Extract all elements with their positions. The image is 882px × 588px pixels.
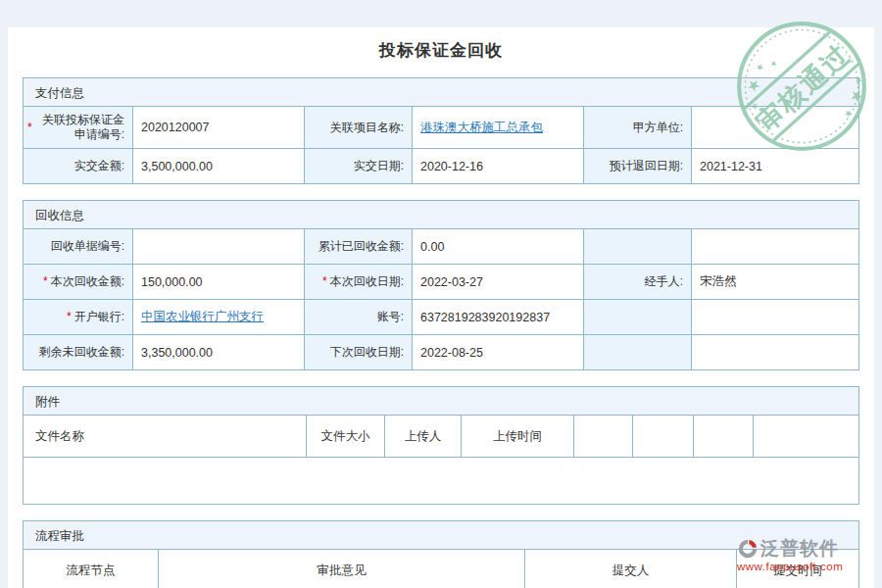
column-header: 流程节点 xyxy=(24,549,159,588)
field-value xyxy=(133,228,305,264)
approval-header-row: 流程节点审批意见提交人提交时间 xyxy=(24,549,858,588)
field-value: 3,350,000.00 xyxy=(133,334,305,369)
column-header xyxy=(633,415,694,457)
field-value: 港珠澳大桥施工总承包 xyxy=(413,106,584,148)
column-header: 提交人 xyxy=(525,549,737,588)
section-header-attachments: 附件 xyxy=(24,387,858,415)
attachments-header-row: 文件名称文件大小上传人上传时间 xyxy=(24,415,858,457)
field-value: 宋浩然 xyxy=(692,264,858,299)
field-label: 剩余未回收金额: xyxy=(24,334,133,369)
section-header-recovery: 回收信息 xyxy=(24,201,858,228)
required-asterisk: * xyxy=(322,274,327,289)
attachments-empty-body xyxy=(24,457,858,504)
column-header xyxy=(694,415,754,457)
required-asterisk: * xyxy=(67,310,72,324)
page-title: 投标保证金回收 xyxy=(8,27,874,77)
recovery-info-table: 回收信息 回收单据编号:累计已回收金额:0.00*本次回收金额:150,000.… xyxy=(23,200,859,370)
field-label: 累计已回收金额: xyxy=(305,228,413,264)
payment-info-table: 支付信息 *关联投标保证金申请编号:2020120007关联项目名称:港珠澳大桥… xyxy=(23,77,859,184)
field-label: *关联投标保证金申请编号: xyxy=(24,106,133,148)
field-value-link[interactable]: 港珠澳大桥施工总承包 xyxy=(420,120,543,136)
field-value: 中国农业银行广州支行 xyxy=(133,299,305,334)
required-asterisk: * xyxy=(27,121,32,135)
attachments-table: 附件 文件名称文件大小上传人上传时间 xyxy=(23,386,859,505)
column-header: 文件大小 xyxy=(307,415,385,457)
recovery-info-grid: 回收单据编号:累计已回收金额:0.00*本次回收金额:150,000.00*本次… xyxy=(24,228,858,369)
field-value-link[interactable]: 中国农业银行广州支行 xyxy=(141,309,264,325)
field-label: 甲方单位: xyxy=(584,106,692,148)
field-label: 预计退回日期: xyxy=(584,148,692,183)
field-label xyxy=(584,299,692,334)
field-value: 2022-08-25 xyxy=(413,334,584,369)
column-header xyxy=(754,415,858,457)
field-label: 经手人: xyxy=(584,264,692,299)
field-value xyxy=(692,334,858,369)
field-value: 150,000.00 xyxy=(133,264,305,299)
field-label: 账号: xyxy=(305,299,413,334)
field-value: 0.00 xyxy=(413,228,584,264)
approval-table: 流程审批 流程节点审批意见提交人提交时间 xyxy=(23,520,859,588)
field-value xyxy=(692,106,858,148)
section-header-payment: 支付信息 xyxy=(24,78,858,106)
field-value: 2020-12-16 xyxy=(413,148,584,183)
column-header: 上传人 xyxy=(385,415,462,457)
field-label: *本次回收日期: xyxy=(305,264,413,299)
field-label: 实交金额: xyxy=(24,148,133,183)
field-value: 3,500,000.00 xyxy=(133,148,305,183)
field-value: 2022-03-27 xyxy=(413,264,584,299)
column-header xyxy=(574,415,633,457)
page-background: { "page": { "title": "投标保证金回收" }, "stamp… xyxy=(0,0,882,588)
column-header: 上传时间 xyxy=(462,415,574,457)
field-value xyxy=(692,299,858,334)
field-label: 下次回收日期: xyxy=(305,334,413,369)
field-label: 关联项目名称: xyxy=(305,106,413,148)
column-header: 审批意见 xyxy=(159,549,525,588)
field-value xyxy=(692,228,858,264)
field-label: *本次回收金额: xyxy=(24,264,133,299)
field-label: *开户银行: xyxy=(24,299,133,334)
field-value: 2020120007 xyxy=(133,106,305,148)
section-header-approval: 流程审批 xyxy=(24,521,858,549)
field-value: 6372819283920192837 xyxy=(413,299,584,334)
column-header: 提交时间 xyxy=(737,549,858,588)
field-label xyxy=(584,228,692,264)
field-label: 回收单据编号: xyxy=(24,228,133,264)
field-value: 2021-12-31 xyxy=(692,148,858,183)
required-asterisk: * xyxy=(43,274,48,289)
form-content-area: 投标保证金回收 支付信息 *关联投标保证金申请编号:2020120007关联项目… xyxy=(8,27,874,588)
field-label: 实交日期: xyxy=(305,148,413,183)
payment-info-grid: *关联投标保证金申请编号:2020120007关联项目名称:港珠澳大桥施工总承包… xyxy=(24,106,858,183)
field-label xyxy=(584,334,692,369)
column-header: 文件名称 xyxy=(24,415,307,457)
